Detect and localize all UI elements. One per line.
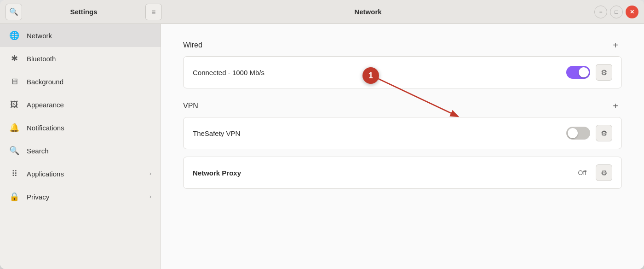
sidebar-item-network[interactable]: 🌐 Network <box>0 24 161 47</box>
minimize-icon: − <box>599 9 602 15</box>
wired-gear-icon: ⚙ <box>601 68 607 77</box>
wired-toggle-thumb <box>579 67 589 77</box>
proxy-card: Network Proxy Off ⚙ <box>183 157 622 189</box>
sidebar-label-appearance: Appearance <box>27 101 151 109</box>
main-content: Wired + Connected - 1000 Mb/s ⚙ <box>161 24 644 269</box>
sidebar-item-background[interactable]: 🖥 Background <box>0 70 161 93</box>
appearance-icon: 🖼 <box>9 99 19 110</box>
wired-add-icon: + <box>613 40 618 51</box>
network-icon: 🌐 <box>9 30 19 41</box>
titlebar: 🔍 Settings ≡ Network − □ ✕ <box>0 0 644 24</box>
vpn-toggle-thumb <box>568 128 578 138</box>
maximize-button[interactable]: □ <box>610 6 623 18</box>
proxy-settings-button[interactable]: ⚙ <box>596 164 612 181</box>
wired-toggle[interactable] <box>566 66 590 79</box>
vpn-add-button[interactable]: + <box>609 99 622 112</box>
applications-chevron-icon: › <box>150 170 151 177</box>
sidebar: 🌐 Network ✱ Bluetooth 🖥 Background 🖼 App… <box>0 24 161 269</box>
page-title: Network <box>162 8 574 16</box>
minimize-button[interactable]: − <box>594 6 607 18</box>
menu-button[interactable]: ≡ <box>145 4 162 20</box>
background-icon: 🖥 <box>9 76 19 87</box>
sidebar-item-search[interactable]: 🔍 Search <box>0 139 161 162</box>
sidebar-label-notifications: Notifications <box>27 124 151 132</box>
content-area: 🌐 Network ✱ Bluetooth 🖥 Background 🖼 App… <box>0 24 644 269</box>
vpn-gear-icon: ⚙ <box>601 129 607 138</box>
bluetooth-icon: ✱ <box>9 53 19 64</box>
wired-connection-row: Connected - 1000 Mb/s ⚙ <box>184 57 621 88</box>
vpn-connection-label: TheSafety VPN <box>193 129 561 137</box>
search-sidebar-icon: 🔍 <box>9 146 19 156</box>
sidebar-title: Settings <box>26 8 142 16</box>
vpn-settings-button[interactable]: ⚙ <box>596 125 612 141</box>
proxy-gear-icon: ⚙ <box>601 169 607 177</box>
sidebar-item-notifications[interactable]: 🔔 Notifications <box>0 116 161 139</box>
sidebar-item-appearance[interactable]: 🖼 Appearance <box>0 93 161 116</box>
proxy-label: Network Proxy <box>193 169 573 177</box>
proxy-section: Network Proxy Off ⚙ <box>183 157 622 189</box>
sidebar-label-bluetooth: Bluetooth <box>27 55 151 63</box>
sidebar-label-applications: Applications <box>27 170 142 178</box>
wired-settings-button[interactable]: ⚙ <box>596 64 612 81</box>
menu-icon: ≡ <box>152 8 155 16</box>
close-icon: ✕ <box>630 9 634 15</box>
sidebar-label-network: Network <box>27 32 151 40</box>
search-button[interactable]: 🔍 <box>6 4 22 20</box>
privacy-icon: 🔒 <box>9 192 19 202</box>
wired-toggle-track <box>566 66 590 79</box>
vpn-section: VPN + TheSafety VPN ⚙ <box>183 99 622 149</box>
applications-icon: ⠿ <box>9 169 19 179</box>
vpn-section-title: VPN <box>183 102 198 110</box>
sidebar-label-privacy: Privacy <box>27 193 142 201</box>
search-icon: 🔍 <box>9 7 18 16</box>
sidebar-label-search: Search <box>27 147 151 155</box>
privacy-chevron-icon: › <box>150 193 151 200</box>
vpn-connection-row: TheSafety VPN ⚙ <box>184 117 621 149</box>
sidebar-item-applications[interactable]: ⠿ Applications › <box>0 162 161 185</box>
titlebar-right: − □ ✕ <box>574 6 638 18</box>
vpn-add-icon: + <box>613 101 618 111</box>
sidebar-label-background: Background <box>27 78 151 86</box>
maximize-icon: □ <box>615 9 618 15</box>
wired-section-title: Wired <box>183 41 202 49</box>
titlebar-left: 🔍 Settings ≡ <box>6 4 162 20</box>
close-button[interactable]: ✕ <box>626 6 638 18</box>
settings-window: 🔍 Settings ≡ Network − □ ✕ 🌐 Netwo <box>0 0 644 269</box>
vpn-toggle[interactable] <box>566 127 590 140</box>
proxy-row: Network Proxy Off ⚙ <box>184 157 621 188</box>
notifications-icon: 🔔 <box>9 123 19 133</box>
vpn-card: TheSafety VPN ⚙ <box>183 117 622 149</box>
wired-section-header: Wired + <box>183 39 622 52</box>
wired-add-button[interactable]: + <box>609 39 622 52</box>
wired-card: Connected - 1000 Mb/s ⚙ <box>183 56 622 88</box>
vpn-section-header: VPN + <box>183 99 622 112</box>
sidebar-item-bluetooth[interactable]: ✱ Bluetooth <box>0 47 161 70</box>
proxy-value: Off <box>578 169 586 176</box>
sidebar-item-privacy[interactable]: 🔒 Privacy › <box>0 185 161 208</box>
vpn-toggle-track <box>566 127 590 140</box>
wired-connection-label: Connected - 1000 Mb/s <box>193 69 561 76</box>
